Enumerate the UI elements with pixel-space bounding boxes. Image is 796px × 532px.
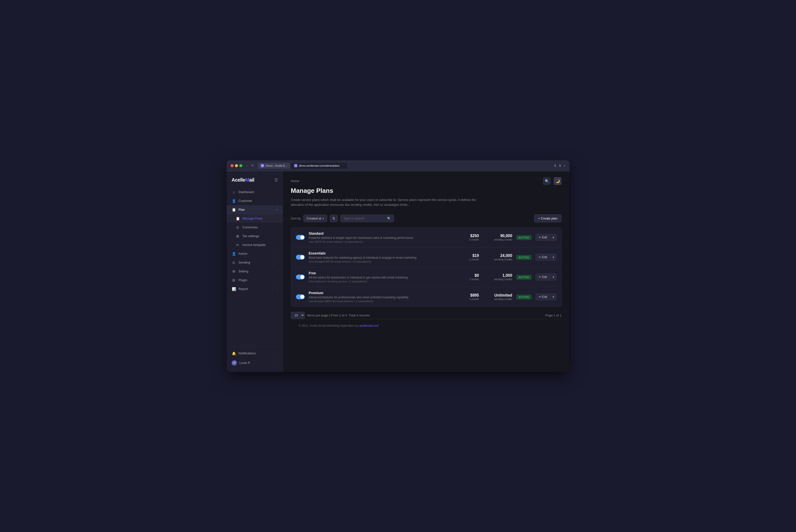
- plan-description: Advanced features for professionals who …: [309, 296, 456, 299]
- plan-info-essentials: Essentials Must-have features for market…: [309, 251, 456, 263]
- plan-name: Standard: [309, 231, 456, 235]
- chevron-down-icon: ▾: [323, 217, 324, 220]
- credits-amount: 1,000: [483, 273, 512, 278]
- reload-button[interactable]: ↻: [250, 163, 255, 168]
- credits-label: sending credits: [483, 298, 512, 301]
- sidebar-toggle-button[interactable]: ☰: [274, 178, 278, 182]
- edit-button-essentials[interactable]: ✏ Edit: [535, 254, 550, 261]
- edit-button-premium[interactable]: ✏ Edit: [535, 293, 550, 300]
- toolbar: Sort by Created at ▾ ⇅ 🔍 + Create plan: [291, 214, 562, 223]
- sidebar-item-label: Currencies: [242, 225, 278, 229]
- sidebar-item-dashboard[interactable]: ⌂ Dashboard: [227, 188, 283, 196]
- footer: © 2022. Acelle Email Marketing Applicati…: [291, 319, 562, 332]
- sort-order-button[interactable]: ⇅: [330, 215, 338, 222]
- plan-toggle-standard[interactable]: [296, 235, 305, 240]
- back-button[interactable]: ‹: [245, 163, 248, 168]
- sidebar-item-currencies[interactable]: ⊙ Currencies: [227, 223, 283, 232]
- price-amount: $250: [459, 234, 479, 238]
- sidebar-item-user[interactable]: LP Louis P. ›: [227, 358, 283, 368]
- download-icon[interactable]: ⬇: [554, 164, 556, 168]
- page-number: Page 1 of 1: [545, 314, 562, 317]
- admin-icon: 👤: [231, 252, 236, 256]
- tab-1-label: Demo - Acelle E...: [266, 164, 287, 167]
- sidebar-item-tax-settings[interactable]: ⊞ Tax settings: [227, 232, 283, 241]
- price-period: 1 month: [459, 238, 479, 241]
- create-plan-button[interactable]: + Create plan: [534, 214, 562, 223]
- more-button-standard[interactable]: ▾: [551, 234, 556, 241]
- plan-actions-premium: ✏ Edit ▾: [535, 293, 556, 300]
- browser-actions: ⬇ ⬆ +: [554, 164, 565, 168]
- browser-window: ‹ ↻ M Demo - Acelle E... 🔒 demo.acellema…: [227, 160, 569, 372]
- more-button-essentials[interactable]: ▾: [551, 254, 556, 261]
- plan-credits-free: 1,000 sending credits: [483, 273, 512, 281]
- browser-chrome: ‹ ↻ M Demo - Acelle E... 🔒 demo.acellema…: [227, 160, 569, 171]
- price-period: 1 month: [459, 278, 479, 281]
- search-input-wrap: 🔍: [340, 215, 394, 222]
- notifications-icon: 🔔: [231, 352, 236, 355]
- plan-meta: Use SMTP for email delivery • 0 subscrib…: [309, 240, 456, 243]
- more-button-free[interactable]: ▾: [551, 273, 556, 281]
- chevron-right-icon: ›: [277, 279, 278, 281]
- chevron-right-icon: ›: [277, 252, 278, 255]
- home-icon: ⌂: [231, 190, 236, 194]
- close-button[interactable]: [231, 164, 233, 167]
- plan-meta: Use Amazon SMTP for email delivery • 2 s…: [309, 300, 456, 303]
- search-button[interactable]: 🔍: [543, 177, 551, 185]
- sidebar-item-admin[interactable]: 👤 Admin ›: [227, 249, 283, 258]
- plan-row: Standard Powerful statistics & insight r…: [291, 228, 561, 247]
- page-title: Manage Plans: [291, 187, 562, 194]
- sidebar-item-label: Invoice template: [242, 243, 278, 247]
- share-icon[interactable]: ⬆: [558, 164, 562, 168]
- tab-2[interactable]: 🔒 demo.acellemail.com/admin/plans ···: [291, 163, 347, 169]
- sidebar: AcelleMail ☰ ⌂ Dashboard 👤 Customer › 📋 …: [227, 171, 283, 372]
- plan-row: Premium Advanced features for profession…: [291, 287, 561, 307]
- avatar: LP: [231, 360, 237, 366]
- edit-button-standard[interactable]: ✏ Edit: [535, 234, 550, 241]
- plan-status-free: ACTIVE: [516, 275, 532, 279]
- plan-toggle-free[interactable]: [296, 274, 305, 280]
- dark-mode-toggle[interactable]: 🌙: [554, 177, 562, 185]
- sidebar-item-label: Manage Plans: [242, 216, 278, 220]
- sidebar-nav: ⌂ Dashboard 👤 Customer › 📋 Plan ∨ 📋 Mana…: [227, 188, 283, 347]
- plan-status-essentials: ACTIVE: [516, 255, 532, 260]
- chevron-right-icon: ›: [277, 270, 278, 272]
- status-badge: ACTIVE: [516, 235, 532, 240]
- credits-amount: 90,000: [483, 234, 512, 238]
- edit-button-free[interactable]: ✏ Edit: [535, 273, 550, 281]
- sidebar-logo-area: AcelleMail ☰: [227, 175, 283, 188]
- sidebar-item-setting[interactable]: ⚙ Setting ›: [227, 267, 283, 276]
- toggle-switch-premium[interactable]: [296, 294, 305, 299]
- sidebar-item-invoice-template[interactable]: ✏ Invoice template: [227, 241, 283, 249]
- main-content: Home 🔍 🌙 Manage Plans Create service pla…: [283, 171, 569, 372]
- toggle-switch-essentials[interactable]: [296, 255, 305, 260]
- tab-bar: M Demo - Acelle E... 🔒 demo.acellemail.c…: [258, 163, 550, 169]
- sidebar-item-customer[interactable]: 👤 Customer ›: [227, 196, 283, 205]
- sort-select[interactable]: Created at ▾: [303, 215, 327, 222]
- more-button-premium[interactable]: ▾: [551, 293, 556, 300]
- minimize-button[interactable]: [235, 164, 238, 167]
- status-badge: ACTIVE: [516, 275, 532, 280]
- credits-amount: Unlimited: [483, 293, 512, 298]
- sidebar-item-notifications[interactable]: 🔔 Notifications ›: [227, 349, 283, 358]
- browser-nav: ‹ ↻: [245, 163, 255, 168]
- footer-link[interactable]: acellemail.com: [359, 324, 379, 327]
- toggle-switch-free[interactable]: [296, 274, 305, 280]
- plan-toggle-premium[interactable]: [296, 294, 305, 299]
- price-amount: $895: [459, 293, 479, 298]
- plan-toggle-essentials[interactable]: [296, 255, 305, 260]
- sidebar-item-manage-plans[interactable]: 📋 Manage Plans: [227, 214, 283, 223]
- tab-close[interactable]: ···: [342, 164, 344, 167]
- search-input[interactable]: [343, 216, 385, 220]
- sidebar-item-plan[interactable]: 📋 Plan ∨: [227, 205, 283, 214]
- tab-1[interactable]: M Demo - Acelle E...: [258, 163, 290, 169]
- sending-icon: ⊙: [231, 261, 236, 265]
- plan-credits-standard: 90,000 sending credits: [483, 234, 512, 241]
- new-tab-icon[interactable]: +: [564, 164, 565, 168]
- sidebar-item-plugin[interactable]: ⊞ Plugin ›: [227, 276, 283, 285]
- maximize-button[interactable]: [240, 164, 242, 167]
- sidebar-item-report[interactable]: 📊 Report ›: [227, 285, 283, 293]
- plan-price-standard: $250 1 month: [459, 234, 479, 241]
- sidebar-item-sending[interactable]: ⊙ Sending ›: [227, 258, 283, 267]
- per-page-select[interactable]: 15 25 50: [291, 312, 305, 319]
- toggle-switch-standard[interactable]: [296, 235, 305, 240]
